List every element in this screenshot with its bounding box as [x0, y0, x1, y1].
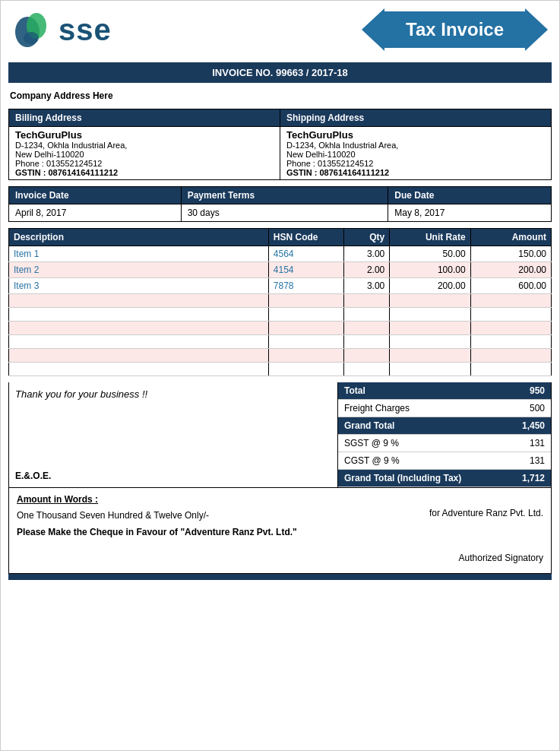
item-unit-rate: 100.00 — [390, 262, 470, 278]
shipping-name: TechGuruPlus — [286, 129, 545, 141]
invoice-page: sse Tax Invoice INVOICE NO. 99663 / 2017… — [0, 0, 560, 751]
cheque-text: Please Make the Cheque in Favour of "Adv… — [17, 527, 543, 537]
grand-total-tax-label: Grand Total (Including Tax) — [338, 470, 505, 487]
freight-label: Freight Charges — [338, 400, 505, 417]
amount-words-section: Amount in Words : One Thousand Seven Hun… — [8, 488, 552, 574]
grand-total-row: Grand Total 1,450 — [338, 417, 551, 435]
billing-line2: New Delhi-110020 — [15, 150, 274, 159]
cgst-row: CGST @ 9 % 131 — [338, 452, 551, 470]
table-row — [9, 363, 552, 376]
due-date-header: Due Date — [388, 187, 552, 204]
billing-line1: D-1234, Okhla Industrial Area, — [15, 141, 274, 150]
sgst-row: SGST @ 9 % 131 — [338, 435, 551, 452]
cgst-value: 131 — [505, 452, 551, 470]
item-description: Item 2 — [9, 262, 269, 278]
cgst-label: CGST @ 9 % — [338, 452, 505, 470]
footer-left: Thank you for your business !! E.&.O.E. — [9, 382, 338, 487]
header-section: sse Tax Invoice — [1, 1, 559, 59]
shipping-address-cell: TechGuruPlus D-1234, Okhla Industrial Ar… — [280, 127, 552, 180]
table-row — [9, 322, 552, 335]
table-row: Item 145643.0050.00150.00 — [9, 246, 552, 262]
shipping-phone-label: Phone : — [286, 159, 315, 168]
bottom-bar — [8, 574, 552, 580]
address-table: Billing Address Shipping Address TechGur… — [8, 109, 552, 180]
billing-phone: Phone : 013552124512 — [15, 159, 274, 168]
item-amount — [470, 308, 551, 322]
payment-terms-header: Payment Terms — [181, 187, 388, 204]
billing-phone-value: 013552124512 — [46, 159, 102, 168]
sgst-label: SGST @ 9 % — [338, 435, 505, 452]
shipping-phone-value: 013552124512 — [318, 159, 373, 168]
item-hsn — [268, 294, 343, 308]
amount-header: Amount — [470, 229, 551, 246]
payment-terms-value: 30 days — [181, 204, 388, 222]
invoice-date-header: Invoice Date — [9, 187, 182, 204]
item-qty: 3.00 — [343, 246, 390, 262]
total-value: 950 — [505, 382, 551, 400]
logo-area: sse — [12, 9, 112, 51]
table-row — [9, 335, 552, 349]
item-unit-rate: 50.00 — [390, 246, 470, 262]
item-qty — [343, 349, 390, 363]
shipping-gstin-value: 087614164111212 — [319, 168, 389, 177]
item-qty — [343, 322, 390, 335]
totals-table: Total 950 Freight Charges 500 Grand Tota… — [338, 382, 551, 487]
due-date-value: May 8, 2017 — [388, 204, 552, 222]
item-hsn: 7878 — [268, 278, 343, 294]
billing-name: TechGuruPlus — [15, 129, 274, 141]
amount-in-words-value: One Thousand Seven Hundred & Twelve Only… — [17, 510, 209, 521]
item-qty: 2.00 — [343, 262, 390, 278]
item-qty — [343, 363, 390, 376]
item-description — [9, 294, 269, 308]
company-address: Company Address Here — [1, 87, 559, 105]
table-row: Item 241542.00100.00200.00 — [9, 262, 552, 278]
item-hsn: 4564 — [268, 246, 343, 262]
billing-address-cell: TechGuruPlus D-1234, Okhla Industrial Ar… — [9, 127, 280, 180]
item-unit-rate — [390, 363, 470, 376]
items-header-row: Description HSN Code Qty Unit Rate Amoun… — [9, 229, 552, 246]
sse-logo-icon — [12, 9, 54, 51]
item-hsn — [268, 308, 343, 322]
billing-gstin-value: 087614164111212 — [48, 168, 118, 177]
item-description — [9, 363, 269, 376]
grand-total-label: Grand Total — [338, 417, 505, 435]
thank-you-text: Thank you for your business !! — [15, 388, 331, 400]
invoice-details-table: Invoice Date Payment Terms Due Date Apri… — [8, 186, 552, 222]
item-unit-rate: 200.00 — [390, 278, 470, 294]
shipping-line2: New Delhi-110020 — [286, 150, 545, 159]
item-unit-rate — [390, 308, 470, 322]
item-qty — [343, 294, 390, 308]
item-amount — [470, 363, 551, 376]
banner-arrows: Tax Invoice — [362, 8, 548, 51]
item-amount — [470, 349, 551, 363]
item-unit-rate — [390, 294, 470, 308]
item-description — [9, 335, 269, 349]
grand-total-value: 1,450 — [505, 417, 551, 435]
unit-rate-header: Unit Rate — [390, 229, 470, 246]
table-row — [9, 349, 552, 363]
item-amount — [470, 335, 551, 349]
sgst-value: 131 — [505, 435, 551, 452]
shipping-header: Shipping Address — [280, 109, 552, 127]
item-qty — [343, 335, 390, 349]
billing-gstin-label: GSTIN : — [15, 168, 46, 177]
item-description — [9, 349, 269, 363]
authorized-signatory: Authorized Signatory — [17, 553, 543, 567]
total-label: Total — [338, 382, 505, 400]
footer-section: Thank you for your business !! E.&.O.E. … — [8, 382, 552, 488]
billing-header: Billing Address — [9, 109, 280, 127]
freight-value: 500 — [505, 400, 551, 417]
item-description: Item 1 — [9, 246, 269, 262]
total-row: Total 950 — [338, 382, 551, 400]
qty-header: Qty — [343, 229, 390, 246]
billing-gstin: GSTIN : 087614164111212 — [15, 168, 274, 177]
invoice-number-bar: INVOICE NO. 99663 / 2017-18 — [8, 62, 552, 83]
items-table: Description HSN Code Qty Unit Rate Amoun… — [8, 228, 552, 376]
for-company: for Adventure Ranz Pvt. Ltd. — [429, 508, 543, 518]
item-description — [9, 322, 269, 335]
item-unit-rate — [390, 349, 470, 363]
item-amount: 600.00 — [470, 278, 551, 294]
item-hsn — [268, 349, 343, 363]
address-row: TechGuruPlus D-1234, Okhla Industrial Ar… — [9, 127, 552, 180]
tax-invoice-banner: Tax Invoice — [362, 8, 548, 51]
